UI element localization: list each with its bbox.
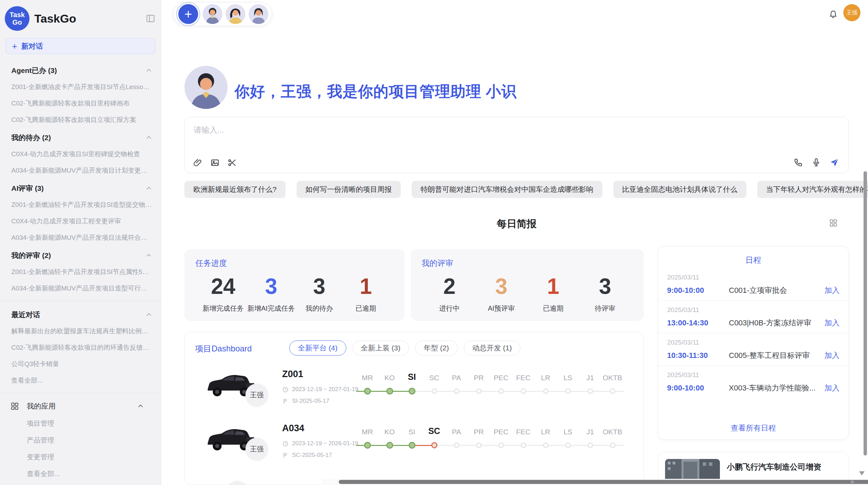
sidebar-item[interactable]: C02-飞腾新能源轻客改款项目里程碑画布 <box>0 95 161 112</box>
schedule-time: 9:00-10:00 <box>667 384 729 393</box>
suggestion-chip[interactable]: 特朗普可能对进口汽车增税会对中国车企造成哪些影响 <box>412 181 602 198</box>
milestone-node <box>601 384 624 399</box>
microphone-icon[interactable] <box>811 158 821 167</box>
attach-image-icon[interactable] <box>210 158 220 167</box>
milestone-node <box>512 438 534 453</box>
view-all-schedule-link[interactable]: 查看所有日程 <box>658 418 848 439</box>
sidebar-item[interactable]: C02-飞腾新能源轻客改款项目立项汇报方案 <box>0 112 161 128</box>
schedule-item[interactable]: 2025/03/119:00-10:00C001-立项审批会加入 <box>658 268 848 301</box>
add-agent-button[interactable]: + <box>178 4 198 24</box>
milestone-dot-todo <box>498 388 504 394</box>
milestone-node <box>512 384 534 399</box>
agent-avatar[interactable] <box>249 4 268 24</box>
milestone-dot-done <box>386 388 393 395</box>
milestone-node <box>579 384 601 399</box>
sidebar-item[interactable]: 解释最新出台的欧盟报废车法规再生塑料比例被调至15%... <box>0 323 161 339</box>
filter-pill[interactable]: 全新上装 (3) <box>352 340 409 356</box>
stat-label: 进行中 <box>427 304 472 313</box>
sidebar-item[interactable]: Z001-全新燃油皮卡产品开发项目SI节点Lesson Learn报告 <box>0 79 161 95</box>
sidebar-subitem[interactable]: 产品管理 <box>0 432 161 449</box>
filter-pill[interactable]: 动总开发 (1) <box>464 340 521 356</box>
sidebar-subitem[interactable]: 变更管理 <box>0 449 161 465</box>
agent-avatar-strip: + <box>173 2 272 26</box>
suggestion-chip[interactable]: 当下年轻人对汽车外观有怎样的喜好趋势 <box>757 181 868 198</box>
collapse-sidebar-icon[interactable] <box>146 14 155 23</box>
schedule-item[interactable]: 2025/03/1110:30-11:30C005-整车工程目标评审加入 <box>658 333 848 366</box>
chevron-up-icon[interactable] <box>145 185 153 192</box>
chevron-up-icon[interactable] <box>145 252 153 259</box>
screenshot-scissors-icon[interactable] <box>227 158 237 167</box>
sidebar-item[interactable]: 查看全部... <box>0 372 161 389</box>
schedule-event-name: C005-整车工程目标评审 <box>729 350 820 361</box>
milestone-node <box>378 438 401 453</box>
filter-pill[interactable]: 全新平台 (4) <box>289 340 346 356</box>
schedule-item[interactable]: 2025/03/119:00-10:00X003-车辆动力学性能验...加入 <box>658 366 848 398</box>
sidebar-section-1-header[interactable]: 我的待办 (2) <box>0 128 161 146</box>
attach-file-icon[interactable] <box>193 158 203 167</box>
stat-label: 我的待办 <box>297 304 341 313</box>
chevron-up-icon[interactable] <box>136 402 145 410</box>
briefing-card-title: 我的评审 <box>422 258 453 269</box>
dashboard-filters: 全新平台 (4)全新上装 (3)年型 (2)动总开发 (1) <box>289 340 520 356</box>
sidebar-item-my-apps[interactable]: 我的应用 <box>0 397 161 415</box>
chat-input[interactable] <box>194 125 776 135</box>
milestone-MR: MR <box>356 370 378 399</box>
sidebar-item[interactable]: A034-全新新能源MUV产品开发项目计划变更表编写 <box>0 162 161 179</box>
sidebar-item[interactable]: C02-飞腾新能源轻客改款项目的闭环通告反馈情况 <box>0 339 161 356</box>
sidebar-item[interactable]: Z001-全新燃油轻卡产品开发项目SI造型提交物评审 <box>0 197 161 213</box>
agent-avatar[interactable] <box>203 4 222 24</box>
sidebar-item[interactable]: 公司Q3轻卡销量 <box>0 356 161 372</box>
horizontal-scrollbar-thumb[interactable] <box>339 480 868 484</box>
milestone-label: OKTB <box>601 424 624 438</box>
briefing-layout-icon[interactable] <box>829 219 838 227</box>
scroll-down-arrow-icon[interactable] <box>859 471 865 475</box>
schedule-event-name: X003-车辆动力学性能验... <box>729 383 820 393</box>
milestone-node <box>378 384 401 399</box>
agent-avatar[interactable] <box>226 4 245 24</box>
new-chat-button[interactable]: + 新对话 <box>5 38 155 54</box>
schedule-row: 9:00-10:00X003-车辆动力学性能验...加入 <box>667 383 840 393</box>
sidebar-item-cloud[interactable]: 我的云空间 <box>0 482 161 485</box>
chevron-up-icon[interactable] <box>145 134 153 141</box>
sidebar-section-recent-header[interactable]: 最近对话 <box>0 305 161 323</box>
scroll-right-arrow-icon[interactable] <box>851 480 855 484</box>
sidebar-subitem[interactable]: 查看全部... <box>0 465 161 482</box>
assistant-avatar <box>184 66 228 109</box>
sidebar-item[interactable]: C0X4-动力总成开发项目SI里程碑提交物检查 <box>0 146 161 162</box>
sidebar-section-2-header[interactable]: AI评审 (3) <box>0 179 161 197</box>
join-meeting-link[interactable]: 加入 <box>824 383 840 393</box>
horizontal-scrollbar[interactable] <box>322 479 868 485</box>
project-row-Z001[interactable]: 王强Z0012023-12-19 ~ 2027-01-19SI-2025-05-… <box>185 365 643 419</box>
join-meeting-link[interactable]: 加入 <box>824 350 840 361</box>
milestone-OKTB: OKTB <box>601 424 624 453</box>
send-icon[interactable] <box>829 157 840 167</box>
project-row-A034[interactable]: 王强A0342023-12-19 ~ 2026-01-19SC-2025-05-… <box>185 419 643 473</box>
milestone-label: PR <box>468 424 490 438</box>
chevron-up-icon[interactable] <box>145 67 153 74</box>
suggestion-chip[interactable]: 如何写一份清晰的项目周报 <box>297 181 401 198</box>
sidebar-item[interactable]: Z001-全新燃油轻卡产品开发项目SI节点属性5D文件评审 <box>0 264 161 280</box>
vertical-scrollbar-thumb[interactable] <box>864 171 867 456</box>
notifications-bell-icon[interactable] <box>829 9 838 18</box>
sidebar-section-0-header[interactable]: Agent已办 (3) <box>0 61 161 79</box>
join-meeting-link[interactable]: 加入 <box>824 285 840 296</box>
suggestion-chip[interactable]: 比亚迪全固态电池计划具体说了什么 <box>613 181 746 198</box>
sidebar-item[interactable]: C0X4-动力总成开发项目工程变更评审 <box>0 213 161 229</box>
chevron-up-icon[interactable] <box>145 311 153 319</box>
schedule-item[interactable]: 2025/03/1113:00-14:30C003|H0B-方案冻结评审加入 <box>658 301 848 333</box>
sidebar-item[interactable]: A034-全新新能源MUV产品开发项目造型可行性评审 <box>0 280 161 297</box>
sidebar-subitem[interactable]: 项目管理 <box>0 415 161 432</box>
user-avatar[interactable]: 王强 <box>843 4 860 21</box>
sidebar-section-2-title: AI评审 (3) <box>11 184 145 193</box>
project-code: Z001 <box>282 369 303 380</box>
sidebar-section-3-header[interactable]: 我的评审 (2) <box>0 246 161 264</box>
filter-pill[interactable]: 年型 (2) <box>415 340 458 356</box>
milestone-dot-todo <box>588 443 593 448</box>
chat-input-box[interactable] <box>184 117 849 173</box>
sidebar-item[interactable]: A034-全新新能源MUV产品开发项目法规符合性评审 <box>0 229 161 246</box>
stat-value: 3 <box>479 274 523 299</box>
voice-call-icon[interactable] <box>794 158 803 167</box>
join-meeting-link[interactable]: 加入 <box>824 318 840 328</box>
suggestion-chip[interactable]: 欧洲新规最近颁布了什么? <box>184 181 286 198</box>
stat-value: 1 <box>343 274 388 299</box>
